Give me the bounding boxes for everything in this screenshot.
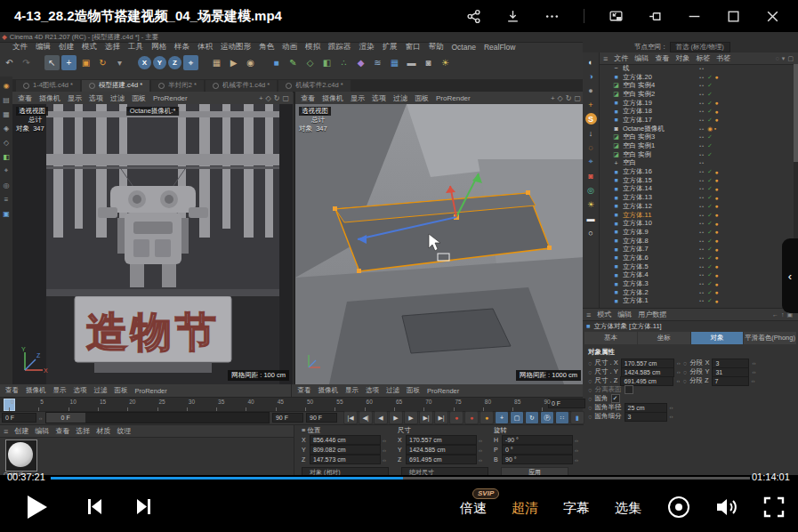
key-rotation-button[interactable]: ↻: [525, 411, 539, 424]
snap-icon[interactable]: ≡: [1, 194, 12, 205]
menu-item-动画[interactable]: 动画: [282, 42, 297, 52]
menu-item-创建[interactable]: 创建: [14, 426, 28, 436]
menu-item-摄像机[interactable]: 摄像机: [39, 93, 60, 103]
visibility-dots-icon[interactable]: ••: [699, 92, 705, 97]
menu-item-跟踪器[interactable]: 跟踪器: [328, 42, 351, 52]
light-icon[interactable]: ☀: [585, 198, 597, 210]
sphere-icon[interactable]: ●: [585, 85, 597, 96]
enable-check-icon[interactable]: ✓: [707, 74, 712, 81]
checkbox[interactable]: [625, 385, 633, 394]
menu-item-选项[interactable]: 选项: [366, 386, 379, 395]
object-row-空白[interactable]: +空白••: [600, 159, 794, 168]
object-row-立方体.18[interactable]: ■立方体.18••✓●: [600, 107, 794, 116]
object-row-立方体.5[interactable]: ■立方体.5••✓●: [600, 262, 794, 271]
doc-tab-1-4图纸.c4d *[interactable]: 1-4图纸.c4d *: [16, 80, 80, 92]
menu-item-过滤[interactable]: 过滤: [110, 93, 125, 103]
cast-icon[interactable]: [666, 495, 691, 523]
menu-item-帮助[interactable]: 帮助: [429, 42, 444, 52]
subdivision-surface-icon[interactable]: ◇: [302, 55, 318, 70]
object-row-立方体.9[interactable]: ■立方体.9••✓●: [600, 228, 794, 237]
menu-item-选项[interactable]: 选项: [89, 93, 103, 103]
anim-dot-icon[interactable]: ○: [682, 377, 687, 385]
object-row-立方体.4[interactable]: ■立方体.4••✓●: [600, 271, 794, 280]
volume-icon[interactable]: ◆: [353, 55, 368, 70]
render-picture-viewer-icon[interactable]: ▶: [226, 55, 241, 70]
progress-bar[interactable]: [51, 477, 750, 480]
back-icon[interactable]: ←: [772, 311, 778, 318]
menu-item-查看[interactable]: 查看: [301, 93, 315, 103]
object-row-空白 实例3[interactable]: ◪空白 实例3••✓: [600, 133, 794, 142]
fullscreen-icon[interactable]: [762, 496, 786, 522]
menu-item-ProRender[interactable]: ProRender: [427, 387, 459, 395]
object-row-立方体.3[interactable]: ■立方体.3••✓●: [600, 279, 794, 288]
coord-field[interactable]: 170.557 cm: [406, 435, 477, 445]
enable-check-icon[interactable]: ✓: [707, 133, 712, 141]
menu-item-编辑[interactable]: 编辑: [634, 53, 649, 63]
visibility-dots-icon[interactable]: ••: [699, 117, 705, 123]
tab-close-icon[interactable]: [23, 83, 29, 89]
enable-check-icon[interactable]: ✓: [707, 168, 712, 175]
key-selection-button[interactable]: ●: [480, 411, 494, 424]
menu-item-扩展[interactable]: 扩展: [383, 42, 398, 52]
enable-check-icon[interactable]: ✓: [707, 238, 712, 245]
object-row-立方体.15[interactable]: ■立方体.15••✓●: [600, 176, 794, 185]
enable-check-icon[interactable]: ✓: [707, 91, 712, 98]
visibility-dots-icon[interactable]: ••: [699, 75, 705, 80]
stepper-icon[interactable]: ‹›: [479, 447, 482, 453]
visibility-dots-icon[interactable]: ••: [699, 186, 705, 191]
menu-item-编辑[interactable]: 编辑: [35, 426, 49, 436]
object-row-立方体.2[interactable]: ■立方体.2••✓●: [600, 288, 794, 297]
rotate-view-icon[interactable]: ↻: [274, 94, 280, 102]
menu-item-面板[interactable]: 面板: [407, 386, 420, 395]
menu-item-书签[interactable]: 书签: [716, 53, 730, 63]
stepper-icon[interactable]: ‹›: [670, 405, 673, 410]
menu-item-编辑[interactable]: 编辑: [36, 42, 51, 52]
stepper-icon[interactable]: ‹›: [479, 438, 482, 443]
move-icon[interactable]: +: [61, 55, 77, 70]
menu-item-过滤[interactable]: 过滤: [94, 386, 108, 395]
right-viewport[interactable]: 查看摄像机显示选项过滤面板ProRender +◇↻▢: [294, 92, 584, 384]
previous-episode-icon[interactable]: [85, 497, 104, 520]
right-viewport-canvas[interactable]: 透视视图 总计 对象 347 网格间距 : 1000 cm: [295, 104, 584, 384]
menu-item-查看[interactable]: 查看: [55, 426, 69, 436]
menu-item-摄像机[interactable]: 摄像机: [318, 386, 338, 395]
phong-tag-icon[interactable]: ●: [715, 169, 719, 175]
stepper-icon[interactable]: ‹›: [479, 457, 482, 463]
object-row-立方体.20[interactable]: ■立方体.20••✓●: [600, 73, 794, 82]
anim-dot-icon[interactable]: ○: [588, 413, 592, 421]
attr-field[interactable]: 3: [625, 412, 667, 422]
phong-tag-icon[interactable]: ●: [715, 74, 719, 80]
enable-check-icon[interactable]: ✓: [707, 280, 712, 287]
speed-button[interactable]: SVIP倍速: [460, 500, 487, 517]
menu-item-查看[interactable]: 查看: [297, 386, 310, 395]
phong-tag-icon[interactable]: ●: [715, 186, 719, 192]
enable-check-icon[interactable]: ✓: [707, 117, 712, 124]
undo-icon[interactable]: ↶: [2, 55, 17, 70]
visibility-dots-icon[interactable]: ••: [699, 255, 705, 261]
floor-icon[interactable]: ▬: [404, 55, 419, 70]
stepper-icon[interactable]: ‹›: [677, 369, 681, 375]
goto-end-button[interactable]: ▶|: [434, 411, 448, 424]
selection-ring-icon[interactable]: ◌: [585, 141, 597, 153]
ring-green-icon[interactable]: ◎: [585, 184, 597, 196]
object-row-立方体.13[interactable]: ■立方体.13••✓●: [600, 193, 794, 202]
coord-field[interactable]: 1424.585 cm: [406, 445, 477, 455]
object-row-立方体.16[interactable]: ■立方体.16••✓●: [600, 167, 794, 176]
camera-tags-icon[interactable]: ◉ ▪: [707, 125, 716, 133]
stepper-icon[interactable]: ‹›: [383, 438, 386, 443]
attr-tab-平滑着色(Phong)[interactable]: 平滑着色(Phong): [744, 332, 796, 344]
pan-view-icon[interactable]: +: [551, 94, 555, 102]
close-icon[interactable]: [765, 9, 780, 24]
phong-tag-icon[interactable]: ●: [715, 289, 719, 295]
menu-item-查看[interactable]: 查看: [5, 386, 19, 395]
checkbox[interactable]: ✓: [611, 394, 620, 403]
menu-item-选项[interactable]: 选项: [74, 386, 87, 395]
tab-close-icon[interactable]: [89, 83, 95, 89]
anim-dot-icon[interactable]: ○: [683, 359, 688, 367]
timeline-scrubber[interactable]: 0 F: [45, 412, 270, 423]
key-parameter-button[interactable]: Ⓟ: [540, 411, 554, 424]
anim-dot-icon[interactable]: ○: [588, 395, 592, 403]
visibility-dots-icon[interactable]: ••: [699, 152, 705, 157]
anim-dot-icon[interactable]: ○: [588, 359, 592, 367]
enable-check-icon[interactable]: ✓: [707, 203, 712, 210]
